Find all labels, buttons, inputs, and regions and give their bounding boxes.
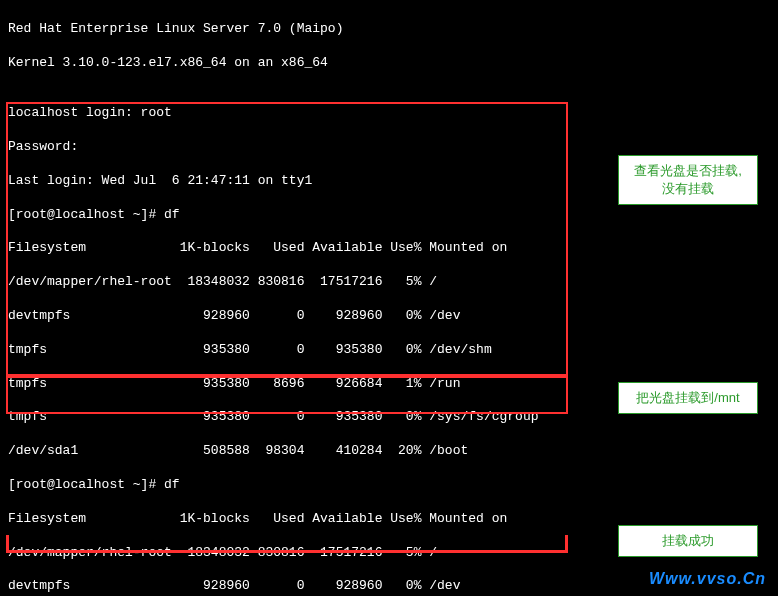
- header-kernel: Kernel 3.10.0-123.el7.x86_64 on an x86_6…: [8, 55, 770, 72]
- login-prompt: localhost login: root: [8, 105, 770, 122]
- df-row: /dev/mapper/rhel-root 18348032 830816 17…: [8, 274, 770, 291]
- df-row: devtmpfs 928960 0 928960 0% /dev: [8, 308, 770, 325]
- df-row: tmpfs 935380 0 935380 0% /dev/shm: [8, 342, 770, 359]
- watermark: Www.vvso.Cn: [649, 569, 766, 590]
- annotation-text: 没有挂载: [629, 180, 747, 198]
- annotation-mount-to-mnt: 把光盘挂载到/mnt: [618, 382, 758, 414]
- watermark-text: Www.vvso.Cn: [649, 570, 766, 587]
- header-os: Red Hat Enterprise Linux Server 7.0 (Mai…: [8, 21, 770, 38]
- df-command-2: [root@localhost ~]# df: [8, 477, 770, 494]
- df-command-1: [root@localhost ~]# df: [8, 207, 770, 224]
- df-header: Filesystem 1K-blocks Used Available Use%…: [8, 240, 770, 257]
- password-prompt: Password:: [8, 139, 770, 156]
- annotation-text: 挂载成功: [629, 532, 747, 550]
- annotation-mount-success: 挂载成功: [618, 525, 758, 557]
- annotation-text: 查看光盘是否挂载,: [629, 162, 747, 180]
- terminal-output: Red Hat Enterprise Linux Server 7.0 (Mai…: [0, 0, 778, 596]
- annotation-check-mount: 查看光盘是否挂载, 没有挂载: [618, 155, 758, 205]
- df-row: /dev/sda1 508588 98304 410284 20% /boot: [8, 443, 770, 460]
- annotation-text: 把光盘挂载到/mnt: [629, 389, 747, 407]
